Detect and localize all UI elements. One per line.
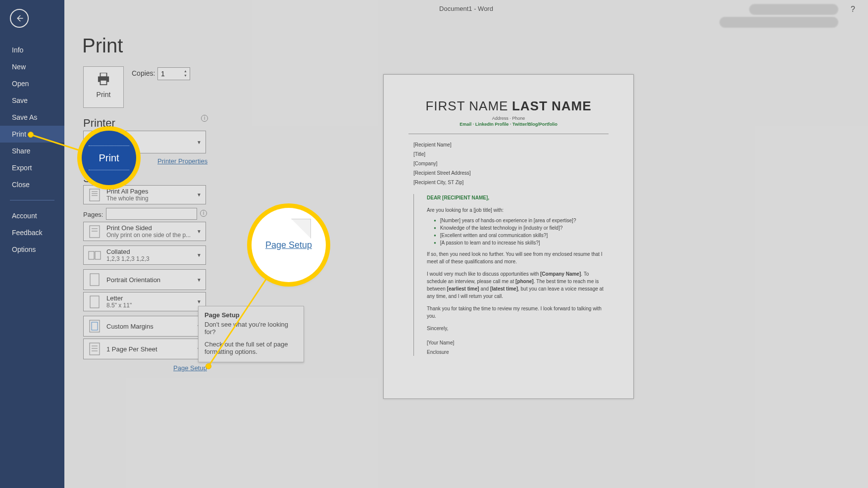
preview-name: FIRST NAME LAST NAME bbox=[396, 98, 621, 114]
nav-feedback[interactable]: Feedback bbox=[0, 224, 64, 241]
tooltip-title: Page Setup bbox=[204, 311, 298, 319]
page-icon bbox=[89, 189, 100, 201]
preview-address: Address · Phone bbox=[396, 116, 621, 121]
window-title: Document1 - Word bbox=[64, 5, 868, 12]
highlight-print: Print bbox=[82, 131, 136, 185]
sheet-icon bbox=[89, 342, 100, 355]
nav-export[interactable]: Export bbox=[0, 159, 64, 176]
svg-rect-2 bbox=[101, 80, 107, 85]
backstage-sidebar: Info New Open Save Save As Print Share E… bbox=[0, 0, 64, 488]
page-setup-tooltip: Page Setup Don't see what you're looking… bbox=[198, 306, 304, 362]
highlight-print-label: Print bbox=[99, 152, 119, 164]
pages-per-sheet-select[interactable]: 1 Page Per Sheet ▼ bbox=[83, 339, 206, 359]
copies-input[interactable] bbox=[158, 68, 181, 80]
copies-label: Copies: bbox=[132, 69, 155, 77]
print-what-select[interactable]: Print All PagesThe whole thing ▼ bbox=[83, 185, 206, 204]
svg-rect-5 bbox=[90, 189, 100, 201]
copies-stepper[interactable]: ▲ ▼ bbox=[157, 67, 190, 80]
margins-icon bbox=[89, 320, 100, 333]
portrait-icon bbox=[90, 273, 100, 286]
svg-rect-15 bbox=[90, 296, 99, 308]
copies-up[interactable]: ▲ bbox=[182, 69, 189, 73]
nav-options[interactable]: Options bbox=[0, 241, 64, 258]
chevron-down-icon: ▼ bbox=[197, 229, 202, 234]
preview-bullets: [Number] years of hands-on experience in… bbox=[427, 217, 604, 246]
tooltip-line1: Don't see what you're looking for? bbox=[204, 321, 298, 336]
svg-rect-1 bbox=[101, 73, 107, 77]
margins-select[interactable]: Custom Margins ▼ bbox=[83, 316, 206, 337]
print-button-label: Print bbox=[84, 91, 123, 98]
svg-rect-14 bbox=[90, 274, 99, 286]
preview-divider bbox=[408, 134, 609, 134]
printer-info-icon[interactable]: i bbox=[201, 115, 208, 122]
print-backstage: Document1 - Word ? Print Print Copies: ▲… bbox=[64, 0, 868, 488]
nav-separator bbox=[10, 200, 54, 200]
svg-rect-12 bbox=[89, 251, 94, 259]
collated-select[interactable]: Collated1,2,3 1,2,3 1,2,3 ▼ bbox=[83, 245, 206, 265]
nav-new[interactable]: New bbox=[0, 58, 64, 75]
tooltip-line2: Check out the full set of page formattin… bbox=[204, 341, 298, 355]
printer-properties-link[interactable]: Printer Properties bbox=[157, 157, 207, 165]
paper-size-select[interactable]: Letter8.5" x 11" ▼ bbox=[83, 292, 206, 311]
back-button[interactable] bbox=[10, 9, 29, 28]
page-setup-link[interactable]: Page Setup bbox=[173, 364, 207, 372]
highlight-page-setup: Page Setup bbox=[252, 208, 326, 282]
paper-icon bbox=[90, 295, 100, 308]
nav-account[interactable]: Account bbox=[0, 207, 64, 224]
print-sided-select[interactable]: Print One SidedOnly print on one side of… bbox=[83, 222, 206, 241]
page-single-icon bbox=[89, 225, 100, 238]
page-title: Print bbox=[82, 35, 123, 57]
nav-save-as[interactable]: Save As bbox=[0, 109, 64, 126]
preview-recipient: [Recipient Name] bbox=[413, 141, 604, 148]
pages-input[interactable] bbox=[106, 208, 197, 220]
chevron-down-icon: ▼ bbox=[197, 252, 202, 258]
svg-rect-9 bbox=[90, 226, 100, 238]
highlight-dot bbox=[205, 363, 211, 369]
back-arrow-icon bbox=[15, 14, 24, 23]
highlight-page-setup-label: Page Setup bbox=[265, 240, 312, 250]
nav-info[interactable]: Info bbox=[0, 42, 64, 58]
pages-info-icon[interactable]: i bbox=[200, 210, 207, 217]
print-button[interactable]: Print bbox=[83, 66, 124, 108]
svg-rect-13 bbox=[95, 251, 101, 259]
nav-share[interactable]: Share bbox=[0, 143, 64, 159]
chevron-down-icon: ▼ bbox=[197, 299, 202, 304]
print-preview: FIRST NAME LAST NAME Address · Phone Ema… bbox=[383, 74, 634, 399]
copies-down[interactable]: ▼ bbox=[182, 73, 189, 78]
printer-section-title: Printer bbox=[83, 117, 115, 130]
nav-save[interactable]: Save bbox=[0, 92, 64, 109]
preview-links: Email · LinkedIn Profile · Twitter/Blog/… bbox=[396, 122, 621, 127]
preview-greeting: DEAR [RECIPIENT NAME], bbox=[427, 194, 604, 201]
svg-rect-17 bbox=[92, 322, 98, 330]
chevron-down-icon: ▼ bbox=[197, 277, 202, 283]
orientation-select[interactable]: Portrait Orientation ▼ bbox=[83, 269, 206, 290]
redacted-area bbox=[749, 4, 838, 15]
help-button[interactable]: ? bbox=[851, 5, 855, 14]
pages-label: Pages: bbox=[83, 211, 103, 218]
collated-icon bbox=[88, 250, 101, 261]
printer-icon bbox=[96, 73, 111, 86]
redacted-area bbox=[719, 17, 838, 28]
nav-close[interactable]: Close bbox=[0, 176, 64, 193]
nav-open[interactable]: Open bbox=[0, 75, 64, 92]
svg-rect-18 bbox=[90, 343, 100, 355]
chevron-down-icon: ▼ bbox=[197, 192, 202, 197]
chevron-down-icon: ▼ bbox=[197, 140, 202, 145]
highlight-dot bbox=[28, 132, 34, 138]
page-corner-icon bbox=[291, 219, 311, 239]
